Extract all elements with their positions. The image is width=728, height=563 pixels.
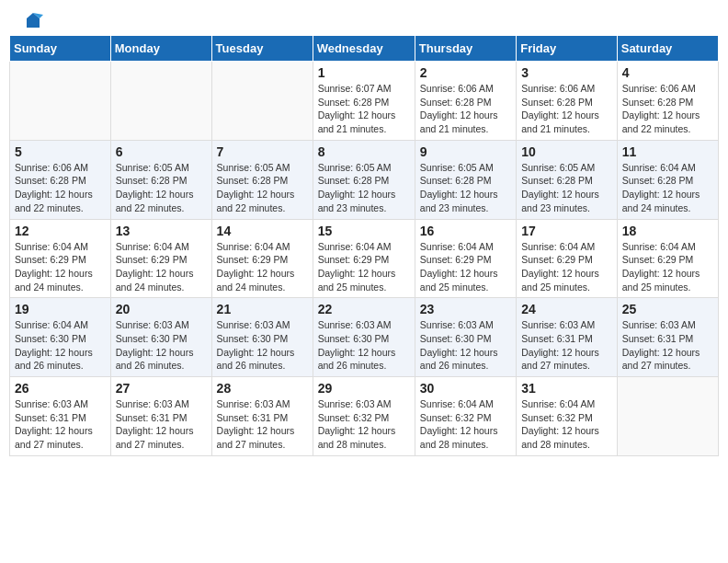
day-cell-9: 9Sunrise: 6:05 AM Sunset: 6:28 PM Daylig… (415, 140, 516, 219)
day-cell-3: 3Sunrise: 6:06 AM Sunset: 6:28 PM Daylig… (517, 62, 618, 141)
day-number: 25 (622, 302, 713, 316)
day-number: 18 (622, 224, 713, 238)
day-number: 7 (217, 144, 308, 159)
day-cell-6: 6Sunrise: 6:05 AM Sunset: 6:28 PM Daylig… (110, 140, 211, 219)
day-number: 20 (116, 302, 207, 316)
day-cell-28: 28Sunrise: 6:03 AM Sunset: 6:31 PM Dayli… (211, 377, 313, 456)
day-number: 30 (420, 381, 511, 396)
day-number: 10 (521, 144, 612, 159)
day-number: 24 (521, 302, 612, 316)
day-number: 22 (318, 302, 410, 316)
day-number: 26 (15, 381, 106, 396)
day-info: Sunrise: 6:04 AM Sunset: 6:32 PM Dayligh… (420, 397, 511, 452)
day-info: Sunrise: 6:05 AM Sunset: 6:28 PM Dayligh… (521, 161, 612, 215)
day-number: 5 (15, 144, 106, 159)
day-number: 12 (15, 224, 106, 238)
day-info: Sunrise: 6:03 AM Sunset: 6:31 PM Dayligh… (622, 318, 713, 373)
day-info: Sunrise: 6:03 AM Sunset: 6:31 PM Dayligh… (15, 397, 106, 452)
day-info: Sunrise: 6:04 AM Sunset: 6:29 PM Dayligh… (116, 240, 207, 294)
day-number: 28 (217, 381, 308, 396)
day-cell-29: 29Sunrise: 6:03 AM Sunset: 6:32 PM Dayli… (313, 377, 415, 456)
day-cell-7: 7Sunrise: 6:05 AM Sunset: 6:28 PM Daylig… (211, 140, 313, 219)
day-number: 14 (217, 224, 308, 238)
day-number: 19 (15, 302, 106, 316)
day-cell-25: 25Sunrise: 6:03 AM Sunset: 6:31 PM Dayli… (617, 298, 718, 377)
day-info: Sunrise: 6:07 AM Sunset: 6:28 PM Dayligh… (318, 82, 410, 136)
day-cell-10: 10Sunrise: 6:05 AM Sunset: 6:28 PM Dayli… (517, 140, 618, 219)
day-cell-14: 14Sunrise: 6:04 AM Sunset: 6:29 PM Dayli… (211, 219, 313, 298)
week-row-3: 12Sunrise: 6:04 AM Sunset: 6:29 PM Dayli… (10, 219, 719, 298)
day-cell-16: 16Sunrise: 6:04 AM Sunset: 6:29 PM Dayli… (415, 219, 516, 298)
day-header-tuesday: Tuesday (211, 36, 313, 62)
day-cell-8: 8Sunrise: 6:05 AM Sunset: 6:28 PM Daylig… (313, 140, 415, 219)
logo (22, 17, 43, 28)
day-cell-19: 19Sunrise: 6:04 AM Sunset: 6:30 PM Dayli… (10, 298, 111, 377)
day-number: 1 (318, 65, 410, 80)
day-header-wednesday: Wednesday (313, 36, 415, 62)
day-cell-27: 27Sunrise: 6:03 AM Sunset: 6:31 PM Dayli… (110, 377, 211, 456)
day-cell-21: 21Sunrise: 6:03 AM Sunset: 6:30 PM Dayli… (211, 298, 313, 377)
day-cell-2: 2Sunrise: 6:06 AM Sunset: 6:28 PM Daylig… (415, 62, 516, 141)
empty-cell (211, 62, 313, 141)
day-header-thursday: Thursday (415, 36, 516, 62)
day-header-saturday: Saturday (617, 36, 718, 62)
day-cell-11: 11Sunrise: 6:04 AM Sunset: 6:28 PM Dayli… (617, 140, 718, 219)
day-cell-1: 1Sunrise: 6:07 AM Sunset: 6:28 PM Daylig… (313, 62, 415, 141)
day-header-friday: Friday (517, 36, 618, 62)
day-info: Sunrise: 6:04 AM Sunset: 6:29 PM Dayligh… (217, 240, 308, 294)
day-cell-22: 22Sunrise: 6:03 AM Sunset: 6:30 PM Dayli… (313, 298, 415, 377)
day-info: Sunrise: 6:04 AM Sunset: 6:32 PM Dayligh… (521, 397, 612, 452)
day-info: Sunrise: 6:05 AM Sunset: 6:28 PM Dayligh… (318, 161, 410, 215)
day-info: Sunrise: 6:04 AM Sunset: 6:29 PM Dayligh… (15, 240, 106, 294)
day-info: Sunrise: 6:03 AM Sunset: 6:30 PM Dayligh… (217, 318, 308, 373)
day-info: Sunrise: 6:03 AM Sunset: 6:30 PM Dayligh… (318, 318, 410, 373)
day-cell-23: 23Sunrise: 6:03 AM Sunset: 6:30 PM Dayli… (415, 298, 516, 377)
day-info: Sunrise: 6:03 AM Sunset: 6:31 PM Dayligh… (521, 318, 612, 373)
week-row-5: 26Sunrise: 6:03 AM Sunset: 6:31 PM Dayli… (10, 377, 719, 456)
day-header-monday: Monday (110, 36, 211, 62)
day-cell-31: 31Sunrise: 6:04 AM Sunset: 6:32 PM Dayli… (517, 377, 618, 456)
empty-cell (617, 377, 718, 456)
day-info: Sunrise: 6:05 AM Sunset: 6:28 PM Dayligh… (217, 161, 308, 215)
day-number: 15 (318, 224, 410, 238)
day-info: Sunrise: 6:04 AM Sunset: 6:28 PM Dayligh… (622, 161, 713, 215)
page-header (0, 0, 728, 35)
week-row-2: 5Sunrise: 6:06 AM Sunset: 6:28 PM Daylig… (10, 140, 719, 219)
day-info: Sunrise: 6:03 AM Sunset: 6:30 PM Dayligh… (116, 318, 207, 373)
day-number: 9 (420, 144, 511, 159)
day-info: Sunrise: 6:06 AM Sunset: 6:28 PM Dayligh… (15, 161, 106, 215)
day-number: 21 (217, 302, 308, 316)
day-number: 13 (116, 224, 207, 238)
day-info: Sunrise: 6:06 AM Sunset: 6:28 PM Dayligh… (622, 82, 713, 136)
day-info: Sunrise: 6:03 AM Sunset: 6:31 PM Dayligh… (116, 397, 207, 452)
day-cell-4: 4Sunrise: 6:06 AM Sunset: 6:28 PM Daylig… (617, 62, 718, 141)
day-number: 3 (521, 65, 612, 80)
calendar-table: SundayMondayTuesdayWednesdayThursdayFrid… (9, 35, 719, 456)
day-info: Sunrise: 6:06 AM Sunset: 6:28 PM Dayligh… (420, 82, 511, 136)
day-info: Sunrise: 6:05 AM Sunset: 6:28 PM Dayligh… (420, 161, 511, 215)
day-cell-13: 13Sunrise: 6:04 AM Sunset: 6:29 PM Dayli… (110, 219, 211, 298)
day-cell-18: 18Sunrise: 6:04 AM Sunset: 6:29 PM Dayli… (617, 219, 718, 298)
day-number: 8 (318, 144, 410, 159)
day-number: 4 (622, 65, 713, 80)
day-number: 11 (622, 144, 713, 159)
day-number: 17 (521, 224, 612, 238)
day-number: 6 (116, 144, 207, 159)
day-info: Sunrise: 6:04 AM Sunset: 6:29 PM Dayligh… (318, 240, 410, 294)
day-cell-24: 24Sunrise: 6:03 AM Sunset: 6:31 PM Dayli… (517, 298, 618, 377)
day-number: 27 (116, 381, 207, 396)
empty-cell (110, 62, 211, 141)
day-info: Sunrise: 6:04 AM Sunset: 6:29 PM Dayligh… (622, 240, 713, 294)
day-cell-20: 20Sunrise: 6:03 AM Sunset: 6:30 PM Dayli… (110, 298, 211, 377)
day-number: 29 (318, 381, 410, 396)
day-info: Sunrise: 6:04 AM Sunset: 6:29 PM Dayligh… (420, 240, 511, 294)
day-info: Sunrise: 6:04 AM Sunset: 6:30 PM Dayligh… (15, 318, 106, 373)
empty-cell (10, 62, 111, 141)
day-info: Sunrise: 6:04 AM Sunset: 6:29 PM Dayligh… (521, 240, 612, 294)
day-number: 16 (420, 224, 511, 238)
day-cell-15: 15Sunrise: 6:04 AM Sunset: 6:29 PM Dayli… (313, 219, 415, 298)
logo-icon (23, 11, 43, 31)
day-header-row: SundayMondayTuesdayWednesdayThursdayFrid… (10, 36, 719, 62)
day-info: Sunrise: 6:03 AM Sunset: 6:32 PM Dayligh… (318, 397, 410, 452)
day-header-sunday: Sunday (10, 36, 111, 62)
